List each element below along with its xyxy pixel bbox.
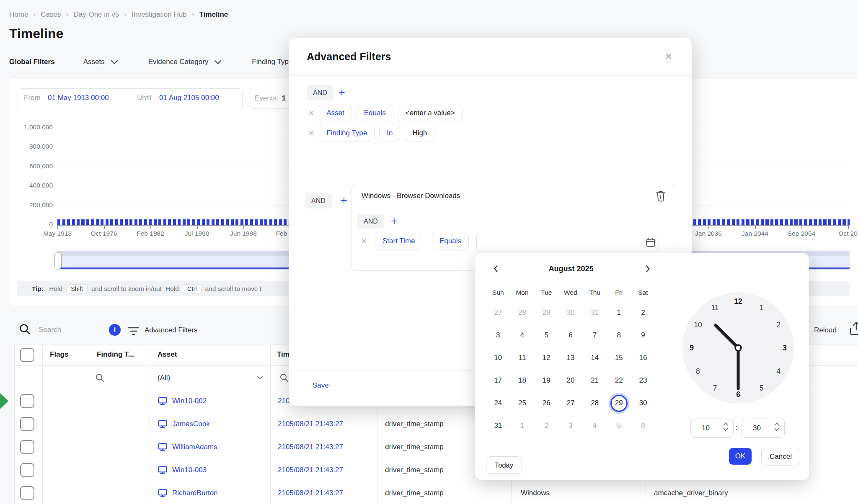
calendar-day[interactable]: 27 <box>558 392 583 414</box>
row-checkbox[interactable] <box>20 486 34 500</box>
col-header-finding-type[interactable]: Finding T... <box>97 350 134 359</box>
save-button[interactable]: Save <box>313 381 329 390</box>
and-operator-chip[interactable]: AND <box>307 85 333 100</box>
value-chip[interactable]: <enter a value> <box>398 105 463 121</box>
calendar-day[interactable]: 4 <box>583 414 607 437</box>
asset-link[interactable]: RichardBurton <box>172 489 218 497</box>
calendar-day[interactable]: 2 <box>631 301 655 324</box>
asset-link[interactable]: Win10-003 <box>172 466 207 474</box>
calendar-day[interactable]: 4 <box>510 324 535 347</box>
calendar-day[interactable]: 20 <box>558 369 583 392</box>
calendar-day[interactable]: 28 <box>583 392 607 414</box>
value-chip[interactable]: High <box>405 125 434 141</box>
add-condition-icon[interactable]: + <box>339 87 345 98</box>
asset-link[interactable]: WilliamAdams <box>172 443 217 451</box>
calendar-day[interactable]: 27 <box>486 301 510 324</box>
calendar-icon[interactable] <box>646 237 656 247</box>
calendar-day[interactable]: 5 <box>607 414 631 437</box>
remove-condition-icon[interactable]: ✕ <box>308 109 314 118</box>
finding-type-filter-search-icon[interactable] <box>95 373 104 382</box>
col-header-time[interactable]: Tim <box>277 350 289 359</box>
trash-icon[interactable] <box>656 190 666 202</box>
export-icon[interactable] <box>849 321 858 336</box>
row-checkbox[interactable] <box>20 440 34 454</box>
breadcrumb-item[interactable]: Day-One in v5 <box>74 10 119 19</box>
calendar-day[interactable]: 18 <box>510 369 535 392</box>
cancel-button[interactable]: Cancel <box>761 448 800 465</box>
calendar-day[interactable]: 17 <box>486 369 510 392</box>
operator-chip[interactable]: In <box>379 125 400 141</box>
global-filter-assets[interactable]: Assets <box>83 58 118 66</box>
select-all-checkbox[interactable] <box>20 348 34 362</box>
calendar-day[interactable]: 3 <box>486 324 510 347</box>
chart-brush-handle[interactable] <box>54 252 62 269</box>
field-chip[interactable]: Start Time <box>375 233 422 249</box>
calendar-day[interactable]: 7 <box>583 324 607 347</box>
panel-and-chip[interactable]: AND <box>357 214 384 229</box>
calendar-day[interactable]: 23 <box>631 369 655 392</box>
row-checkbox[interactable] <box>20 463 34 477</box>
calendar-day[interactable]: 31 <box>583 301 607 324</box>
until-value[interactable]: 01 Aug 2105 00:00 <box>159 94 219 102</box>
calendar-day[interactable]: 30 <box>558 301 583 324</box>
hour-input[interactable] <box>691 419 727 437</box>
from-value[interactable]: 01 May 1913 00:00 <box>48 94 109 102</box>
info-icon[interactable]: i <box>109 324 121 336</box>
calendar-day[interactable]: 21 <box>583 369 607 392</box>
operator-chip[interactable]: Equals <box>357 105 393 121</box>
breadcrumb-item[interactable]: Home <box>9 10 28 19</box>
time-filter-search-icon[interactable] <box>279 373 289 382</box>
add-group-icon[interactable]: + <box>341 195 347 206</box>
calendar-day[interactable]: 12 <box>534 347 558 369</box>
advanced-filters-link[interactable]: Advanced Filters <box>145 326 198 334</box>
reload-button[interactable]: Reload <box>814 326 837 334</box>
start-time-value-input[interactable] <box>476 233 659 252</box>
calendar-day-selected[interactable]: 29 <box>607 392 631 414</box>
calendar-day[interactable]: 2 <box>534 414 558 437</box>
calendar-day[interactable]: 5 <box>534 324 558 347</box>
calendar-day[interactable]: 3 <box>558 414 583 437</box>
timestamp-link[interactable]: 2105/08/21 21:43:27 <box>278 489 343 497</box>
calendar-day[interactable]: 11 <box>510 347 535 369</box>
search-input[interactable] <box>38 323 102 337</box>
breadcrumb-item[interactable]: Investigation Hub <box>132 10 186 19</box>
row-checkbox[interactable] <box>20 394 34 408</box>
hour-stepper[interactable] <box>723 422 728 431</box>
calendar-day[interactable]: 19 <box>534 369 558 392</box>
calendar-day[interactable]: 10 <box>486 347 510 369</box>
calendar-day[interactable]: 15 <box>607 347 631 369</box>
calendar-day[interactable]: 30 <box>631 392 655 414</box>
close-icon[interactable]: ✕ <box>665 51 672 62</box>
operator-chip[interactable]: Equals <box>432 233 469 249</box>
calendar-day[interactable]: 28 <box>510 301 535 324</box>
timestamp-link[interactable]: 2105/08/21 21:43:27 <box>278 443 343 451</box>
calendar-day[interactable]: 16 <box>631 347 655 369</box>
remove-condition-icon[interactable]: ✕ <box>361 237 367 246</box>
group-and-chip[interactable]: AND <box>305 193 332 208</box>
col-header-asset[interactable]: Asset <box>158 350 177 359</box>
asset-link[interactable]: JamesCook <box>172 420 210 428</box>
minute-input[interactable] <box>742 419 778 437</box>
timestamp-link[interactable]: 2105/08/21 21:43:27 <box>278 466 343 474</box>
asset-filter-dropdown[interactable]: (All) <box>158 374 170 382</box>
timestamp-link[interactable]: 2105/08/21 21:43:27 <box>278 420 343 428</box>
minute-stepper[interactable] <box>774 422 779 431</box>
calendar-day[interactable]: 6 <box>631 414 655 437</box>
next-month-icon[interactable] <box>643 264 653 274</box>
calendar-day[interactable]: 14 <box>583 347 607 369</box>
field-chip[interactable]: Asset <box>319 105 352 121</box>
asset-link[interactable]: Win10-002 <box>172 397 207 405</box>
calendar-day[interactable]: 13 <box>558 347 583 369</box>
calendar-day[interactable]: 1 <box>510 414 535 437</box>
panel-add-icon[interactable]: + <box>391 216 398 227</box>
calendar-day[interactable]: 29 <box>534 301 558 324</box>
col-header-flags[interactable]: Flags <box>50 350 68 359</box>
calendar-day[interactable]: 8 <box>607 324 631 347</box>
row-checkbox[interactable] <box>20 417 34 431</box>
ok-button[interactable]: OK <box>729 448 752 465</box>
remove-condition-icon[interactable]: ✕ <box>308 129 314 138</box>
filter-lines-icon[interactable] <box>127 327 140 336</box>
today-button[interactable]: Today <box>486 456 522 474</box>
calendar-day[interactable]: 26 <box>534 392 558 414</box>
calendar-day[interactable]: 25 <box>510 392 535 414</box>
